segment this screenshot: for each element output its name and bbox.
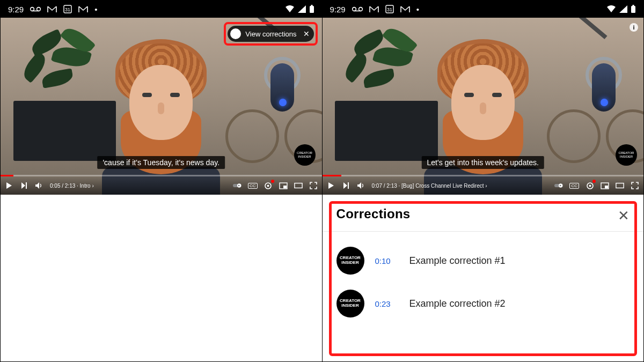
player-controls: 0:05 / 2:13 · Intro › CC: [1, 176, 322, 195]
highlight-box: View corrections ✕: [224, 22, 317, 46]
signal-icon: [619, 5, 627, 13]
channel-watermark[interactable]: CREATOR INSIDER: [616, 144, 637, 166]
voicemail-icon: [352, 6, 363, 12]
svg-text:31: 31: [387, 7, 392, 12]
gmail-icon-2: [400, 6, 410, 13]
svg-point-24: [589, 184, 591, 187]
player-controls: 0:07 / 2:13 · [Bug] Cross Channel Live R…: [323, 176, 644, 195]
calendar-icon: 31: [385, 5, 394, 13]
svg-text:31: 31: [65, 7, 70, 12]
view-corrections-pill[interactable]: View corrections ✕: [228, 26, 313, 42]
microphone-prop: [241, 35, 306, 143]
svg-point-14: [352, 8, 356, 11]
svg-rect-27: [616, 183, 624, 188]
left-pane: 9:29 31 • CREATOR INSIDER 'c: [1, 1, 323, 361]
fullscreen-icon[interactable]: [631, 181, 639, 190]
caption-text: Let's get into this week's updates.: [422, 156, 544, 169]
settings-icon[interactable]: [586, 181, 594, 190]
autoplay-toggle[interactable]: [233, 181, 241, 190]
cc-button[interactable]: CC: [248, 183, 258, 189]
pill-label: View corrections: [245, 30, 296, 38]
right-pane: 9:29 31 • CREATOR INSIDER Le: [323, 1, 644, 361]
svg-rect-6: [311, 5, 312, 6]
calendar-icon: 31: [63, 5, 72, 13]
svg-rect-26: [605, 186, 608, 188]
volume-icon[interactable]: [357, 181, 365, 190]
presenter: [102, 39, 220, 195]
svg-point-1: [37, 8, 41, 11]
more-dot-icon: •: [416, 5, 419, 14]
svg-rect-20: [633, 5, 634, 6]
play-icon[interactable]: [327, 181, 335, 190]
svg-rect-19: [631, 6, 635, 13]
time-display: 0:05 / 2:13 · Intro ›: [50, 183, 94, 189]
clock: 9:29: [330, 5, 346, 14]
settings-icon[interactable]: [264, 181, 273, 190]
play-icon[interactable]: [5, 181, 13, 190]
microphone-prop: [563, 35, 627, 143]
svg-point-15: [358, 8, 362, 11]
caption-text: 'cause if it's Tuesday, it's news day.: [97, 156, 225, 169]
channel-watermark[interactable]: CREATOR INSIDER: [294, 144, 316, 166]
more-dot-icon: •: [94, 5, 97, 14]
battery-icon: [309, 5, 314, 13]
clock: 9:29: [8, 5, 24, 14]
pill-avatar: [230, 28, 241, 39]
progress-bar[interactable]: [1, 175, 322, 176]
autoplay-toggle[interactable]: [554, 181, 563, 190]
cc-button[interactable]: CC: [569, 183, 579, 189]
gmail-icon-2: [78, 6, 88, 13]
gmail-icon: [369, 6, 379, 13]
presenter: [424, 39, 542, 195]
progress-bar[interactable]: [323, 175, 644, 176]
fullscreen-icon[interactable]: [309, 181, 318, 190]
voicemail-icon: [30, 6, 41, 12]
next-icon[interactable]: [342, 181, 350, 190]
gmail-icon: [47, 6, 57, 13]
volume-icon[interactable]: [35, 181, 43, 190]
svg-rect-5: [310, 6, 314, 13]
svg-point-10: [267, 184, 269, 187]
svg-rect-12: [283, 186, 287, 188]
highlight-box: [329, 201, 638, 356]
info-icon[interactable]: i: [630, 23, 638, 32]
theater-icon[interactable]: [616, 181, 624, 190]
close-icon[interactable]: ✕: [303, 29, 310, 38]
signal-icon: [298, 5, 306, 13]
video-player[interactable]: CREATOR INSIDER Let's get into this week…: [323, 18, 644, 195]
miniplayer-icon[interactable]: [601, 181, 609, 190]
status-bar: 9:29 31 •: [323, 1, 644, 18]
time-display: 0:07 / 2:13 · [Bug] Cross Channel Live R…: [372, 183, 487, 189]
progress-fill: [1, 175, 13, 176]
wifi-icon: [606, 5, 616, 13]
wifi-icon: [285, 5, 295, 13]
status-bar: 9:29 31 •: [1, 1, 322, 18]
theater-icon[interactable]: [294, 181, 303, 190]
svg-point-0: [31, 8, 34, 11]
svg-rect-13: [294, 183, 302, 188]
next-icon[interactable]: [20, 181, 28, 190]
battery-icon: [631, 5, 636, 13]
video-player[interactable]: CREATOR INSIDER 'cause if it's Tuesday, …: [1, 18, 322, 195]
miniplayer-icon[interactable]: [279, 181, 288, 190]
side-by-side: 9:29 31 • CREATOR INSIDER 'c: [0, 0, 644, 362]
